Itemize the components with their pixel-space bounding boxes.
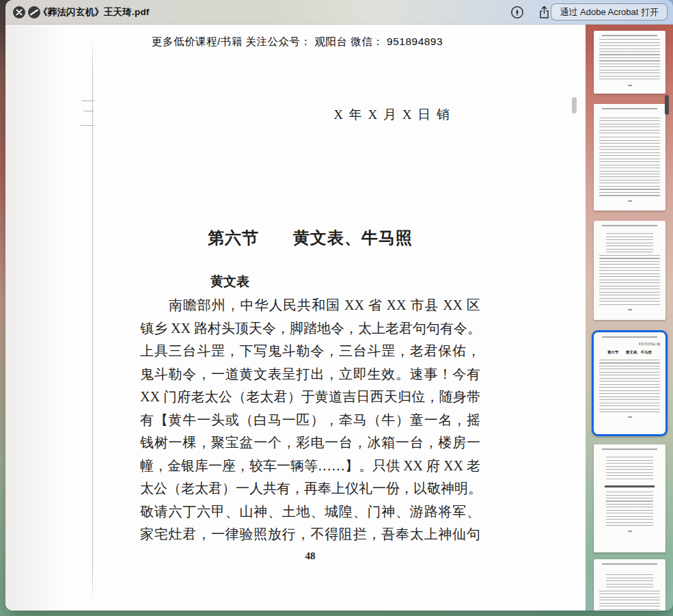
- thumb-header-line: [602, 563, 658, 565]
- thumbnail-scrollbar[interactable]: [665, 95, 669, 115]
- thumbnail-panel: X年X月X日 销 第六节 黄文表、牛马照: [586, 25, 673, 611]
- thumb-text-lines: [599, 255, 660, 306]
- markup-icon[interactable]: [510, 5, 524, 19]
- thumbnail-page-47b[interactable]: [594, 221, 665, 320]
- document-scrollbar[interactable]: [572, 97, 577, 113]
- thumb-header-line: [602, 336, 658, 338]
- thumb-text-lines: [606, 457, 653, 481]
- thumb-header-line: [602, 108, 658, 109]
- thumb-header-line: [602, 448, 658, 450]
- body-line: 上具三台斗罡，下写鬼斗勒令，三台斗罡，老君保佑，: [140, 340, 480, 363]
- thumb-page-dot: [628, 85, 632, 86]
- body-line: 鬼斗勒令，一道黄文表呈打出，立即生效。速事！今有: [140, 363, 480, 386]
- thumbnail-page-48-selected[interactable]: X年X月X日 销 第六节 黄文表、牛马照: [592, 330, 668, 436]
- thumb-page-dot: [628, 200, 632, 202]
- thumb-text-lines: [599, 591, 660, 611]
- book-fold-line: [92, 37, 93, 603]
- body-line: 有【黄牛一头或（白马一匹），牵马（牛）童一名，摇: [140, 409, 480, 432]
- thumb-text-lines: [599, 360, 660, 413]
- thumbnail-page-47a[interactable]: [594, 104, 665, 211]
- thumb-text-lines: [606, 574, 653, 588]
- thumb-page-dot: [628, 309, 632, 310]
- desktop-background: 《葬法闪玄机》王天琦.pdf 通过 Adobe Acrobat 打开: [0, 0, 673, 616]
- thumb-text-lines: [599, 118, 660, 134]
- thumb-text-lines: [599, 39, 660, 81]
- thumb-date-line: X年X月X日 销: [599, 342, 660, 346]
- fold-mark: [81, 125, 94, 126]
- thumbnail-page-50[interactable]: [594, 559, 665, 611]
- thumb-page-dot: [628, 531, 632, 532]
- body-line: 太公（老太君）一人共有，再奉上仪礼一份，以敬神明。: [140, 477, 480, 500]
- body-text-block: 南瞻部州，中华人民共和国 XX 省 XX 市县 XX 区 镇乡 XX 路村头顶天…: [140, 294, 480, 546]
- thumb-text-lines: [606, 233, 653, 252]
- date-line: X 年 X 月 X 日 销: [140, 106, 451, 124]
- thumb-text-lines: [606, 492, 653, 527]
- open-with-acrobat-button[interactable]: 通过 Adobe Acrobat 打开: [551, 3, 668, 21]
- fold-mark: [82, 101, 94, 101]
- thumb-header-line: [602, 35, 658, 36]
- body-line: 家宅灶君，一律验照放行，不得阻拦，吾奉太上神仙句: [140, 523, 480, 546]
- titlebar: 《葬法闪玄机》王天琦.pdf 通过 Adobe Acrobat 打开: [5, 0, 673, 25]
- promo-header-text: 更多低价课程/书籍 关注公众号： 观阳台 微信： 951894893: [152, 35, 443, 49]
- quicklook-window: 《葬法闪玄机》王天琦.pdf 通过 Adobe Acrobat 打开: [5, 0, 673, 611]
- close-icon[interactable]: [12, 5, 26, 19]
- body-line: 幢，金银库一座，较车一辆等……】。只供 XX 府 XX 老: [140, 455, 480, 478]
- body-line: 南瞻部州，中华人民共和国 XX 省 XX 市县 XX 区: [140, 294, 480, 317]
- thumb-text-lines: [599, 137, 660, 197]
- body-line: 钱树一棵，聚宝盆一个，彩电一台，冰箱一台，楼房一: [140, 431, 480, 455]
- share-icon[interactable]: [537, 5, 551, 18]
- pdf-page-view: 更多低价课程/书籍 关注公众号： 观阳台 微信： 951894893 X 年 X…: [5, 25, 586, 611]
- body-line: 敬请六丁六甲、山神、土地、城隍、门神、游路将军、: [140, 500, 480, 524]
- fold-mark: [83, 111, 94, 111]
- section-title: 第六节 黄文表、牛马照: [140, 227, 480, 249]
- thumb-header-line: [602, 225, 658, 226]
- thumbnail-page-49[interactable]: [594, 444, 665, 552]
- window-title: 《葬法闪玄机》王天琦.pdf: [38, 6, 150, 18]
- thumb-section-heading-bar: [605, 485, 655, 487]
- body-line: XX 门府老太公（老太君）于黄道吉日西天归位，随身带: [140, 386, 480, 409]
- subsection-title: 黄文表: [210, 273, 249, 291]
- page-number: 48: [140, 550, 480, 562]
- thumb-section-title: 第六节 黄文表、牛马照: [597, 349, 662, 355]
- thumbnail-page-46[interactable]: [594, 31, 665, 94]
- body-line: 镇乡 XX 路村头顶天令，脚踏地令，太上老君句句有令。: [140, 317, 480, 340]
- thumb-page-dot: [628, 416, 632, 418]
- window-content: 更多低价课程/书籍 关注公众号： 观阳台 微信： 951894893 X 年 X…: [5, 25, 673, 611]
